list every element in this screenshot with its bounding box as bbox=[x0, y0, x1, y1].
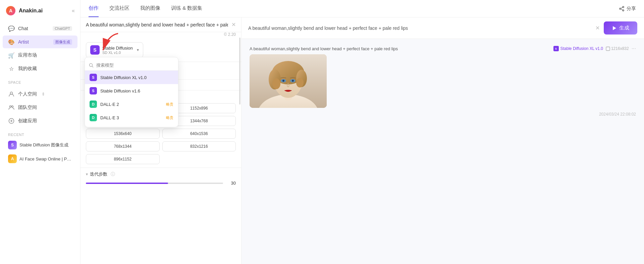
generate-button[interactable]: 生成 bbox=[604, 21, 637, 35]
dalle3-paid-badge: 略贵 bbox=[166, 115, 173, 120]
recent-item-label-ai: AI Face Swap Online | Photo ... bbox=[19, 156, 72, 161]
svg-point-10 bbox=[623, 10, 624, 11]
content-area: ✕ © 2.20 S Stable Diffusion SD XL v1.0 ▾ bbox=[80, 17, 644, 264]
sidebar: A Anakin.ai « 💬 Chat ChatGPT 🎨 Artist 图像… bbox=[0, 0, 80, 264]
dropdown-search-row bbox=[85, 60, 178, 71]
create-app-label: 创建应用 bbox=[18, 118, 37, 124]
dropdown-item-dalle2[interactable]: D DALL·E 2 略贵 bbox=[85, 97, 178, 111]
logo-text: Anakin.ai bbox=[19, 8, 43, 14]
team-space-icon bbox=[8, 104, 15, 111]
svg-point-8 bbox=[623, 6, 624, 8]
sidebar-item-personal-space[interactable]: 个人空间 ⇕ bbox=[3, 88, 77, 101]
svg-point-4 bbox=[12, 106, 13, 108]
dalle2-label: DALL·E 2 bbox=[100, 102, 119, 107]
sidebar-item-team-space[interactable]: 团队空间 bbox=[3, 101, 77, 114]
steps-chevron: ▾ bbox=[86, 172, 88, 177]
sidebar-item-favorites[interactable]: ☆ 我的收藏 bbox=[3, 62, 77, 75]
svg-text:A: A bbox=[9, 8, 12, 13]
recent-item-ai-face-swap[interactable]: A AI Face Swap Online | Photo ... bbox=[3, 152, 77, 166]
model-search-input[interactable] bbox=[96, 63, 174, 68]
chat-size-value: 1216x832 bbox=[611, 46, 629, 51]
steps-title: 迭代步数 bbox=[90, 171, 107, 177]
dalle3-icon: D bbox=[90, 114, 97, 121]
steps-slider[interactable] bbox=[86, 183, 223, 184]
size-btn-1536[interactable]: 1536x640 bbox=[86, 129, 160, 139]
search-icon bbox=[89, 63, 94, 68]
sidebar-item-chat[interactable]: 💬 Chat ChatGPT bbox=[3, 22, 77, 35]
sidebar-item-market[interactable]: 🛒 应用市场 bbox=[3, 49, 77, 62]
steps-fill bbox=[86, 183, 168, 184]
chat-more-button[interactable]: ··· bbox=[632, 46, 636, 52]
generated-image bbox=[250, 54, 327, 108]
size-btn-768[interactable]: 768x1344 bbox=[86, 141, 160, 151]
share-button[interactable]: 分享 bbox=[619, 6, 636, 12]
size-btn-896[interactable]: 896x1152 bbox=[86, 154, 160, 164]
right-panel: A beautiful woman,slightly bend and lowe… bbox=[241, 17, 644, 264]
size-btn-640x1536[interactable]: 640x1536 bbox=[162, 129, 236, 139]
svg-point-28 bbox=[282, 80, 284, 82]
svg-point-13 bbox=[90, 63, 93, 66]
recent-item-stable-diffusion[interactable]: S Stable Diffusion 图像生成 bbox=[3, 138, 77, 152]
cost-display: © 2.20 bbox=[80, 32, 241, 38]
personal-space-indicator: ⇕ bbox=[42, 92, 45, 96]
recent-item-label-sd: Stable Diffusion 图像生成 bbox=[19, 142, 68, 148]
space-section-label: SPACE bbox=[0, 77, 80, 86]
model-selector-row: S Stable Diffusion SD XL v1.0 ▾ S bbox=[80, 38, 241, 62]
artist-badge: 图像生成 bbox=[53, 39, 72, 45]
chevron-down-icon: ▾ bbox=[137, 48, 139, 52]
model-name: Stable Diffusion bbox=[102, 46, 133, 51]
collapse-button[interactable]: « bbox=[72, 8, 75, 14]
svg-line-12 bbox=[621, 9, 623, 10]
sidebar-item-create-app[interactable]: 创建应用 bbox=[3, 115, 77, 127]
sd16-label: Stable Diffusion v1.6 bbox=[100, 88, 140, 93]
chat-size-display: 1216x832 bbox=[606, 46, 629, 51]
dropdown-item-sd16[interactable]: S Stable Diffusion v1.6 bbox=[85, 84, 178, 97]
portrait-background bbox=[250, 54, 327, 108]
chat-model-name: Stable Diffusion XL v1.0 bbox=[560, 46, 603, 51]
portrait-svg bbox=[250, 54, 327, 108]
tab-community[interactable]: 交流社区 bbox=[109, 0, 129, 17]
chat-badge: ChatGPT bbox=[53, 26, 72, 31]
chat-prompt-text: A beautiful woman,slightly bend and lowe… bbox=[250, 46, 550, 51]
dalle2-paid-badge: 略贵 bbox=[166, 102, 173, 107]
recent-avatar-ai: A bbox=[8, 154, 17, 163]
clear-prompt-button[interactable]: ✕ bbox=[231, 21, 236, 28]
personal-space-icon bbox=[8, 91, 15, 97]
recent-section-label: RECENT bbox=[0, 129, 80, 138]
sidebar-item-artist[interactable]: 🎨 Artist 图像生成 bbox=[3, 36, 77, 48]
model-name-block: Stable Diffusion SD XL v1.0 bbox=[102, 46, 133, 55]
sdxl-label: Stable Diffusion XL v1.0 bbox=[100, 75, 147, 80]
tab-create[interactable]: 创作 bbox=[89, 0, 99, 17]
steps-section: ▾ 迭代步数 ⓘ 30 bbox=[80, 168, 241, 189]
tab-training[interactable]: 训练 & 数据集 bbox=[171, 0, 202, 17]
prompt-input[interactable] bbox=[86, 22, 228, 27]
sdxl-icon: S bbox=[90, 74, 97, 81]
chat-meta: S Stable Diffusion XL v1.0 1216x832 ··· bbox=[553, 46, 636, 52]
chat-timestamp: 2024/03/24 22:08:02 bbox=[250, 112, 636, 117]
dropdown-item-sdxl[interactable]: S Stable Diffusion XL v1.0 bbox=[85, 71, 178, 84]
space-navigation: 个人空间 ⇕ 团队空间 创建应用 bbox=[0, 86, 80, 129]
svg-point-9 bbox=[620, 8, 621, 9]
sidebar-item-label-market: 应用市场 bbox=[18, 52, 37, 58]
size-btn-832[interactable]: 832x1216 bbox=[162, 141, 236, 151]
dropdown-item-dalle3[interactable]: D DALL·E 3 略贵 bbox=[85, 111, 178, 124]
svg-line-11 bbox=[621, 7, 623, 8]
sidebar-item-label-favorites: 我的收藏 bbox=[18, 66, 37, 72]
right-clear-button[interactable]: ✕ bbox=[595, 25, 600, 31]
chat-model-badge: S Stable Diffusion XL v1.0 bbox=[553, 46, 603, 51]
anakin-logo: A bbox=[5, 5, 16, 16]
steps-header[interactable]: ▾ 迭代步数 ⓘ bbox=[86, 171, 236, 177]
model-selector-button[interactable]: S Stable Diffusion SD XL v1.0 ▾ bbox=[86, 42, 143, 58]
steps-value: 30 bbox=[226, 181, 236, 186]
generate-label: 生成 bbox=[619, 25, 629, 31]
chat-model-icon: S bbox=[553, 46, 559, 51]
tab-my-images[interactable]: 我的图像 bbox=[140, 0, 160, 17]
chat-message-header: A beautiful woman,slightly bend and lowe… bbox=[250, 46, 636, 52]
model-sub: SD XL v1.0 bbox=[102, 51, 133, 55]
steps-row: 30 bbox=[86, 181, 236, 186]
market-icon: 🛒 bbox=[8, 52, 15, 59]
create-app-icon bbox=[8, 118, 15, 124]
dalle3-label: DALL·E 3 bbox=[100, 115, 119, 120]
svg-point-29 bbox=[292, 80, 294, 82]
share-icon bbox=[619, 6, 625, 11]
